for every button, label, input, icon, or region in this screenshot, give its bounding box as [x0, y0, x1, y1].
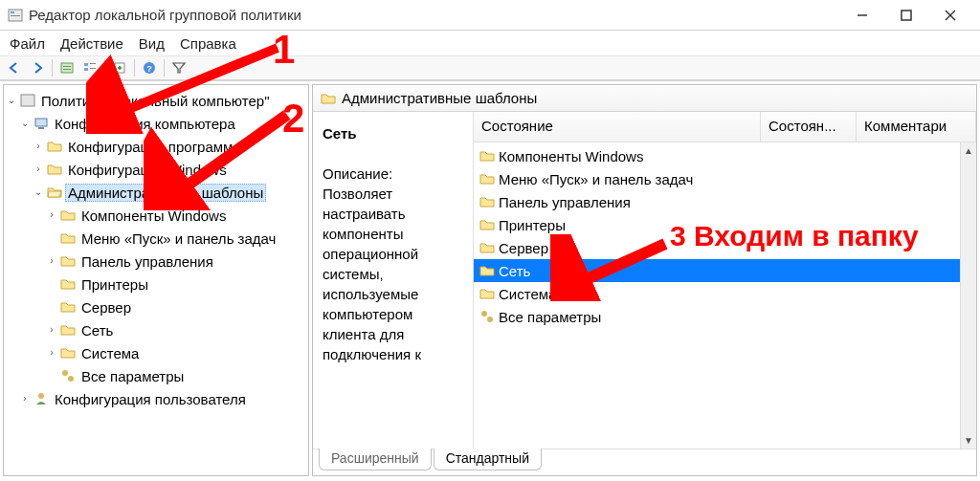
- svg-rect-9: [63, 69, 71, 70]
- tree-label: Конфигурация пользователя: [52, 391, 249, 407]
- back-button[interactable]: [4, 57, 25, 78]
- scrollbar[interactable]: ▲ ▼: [960, 142, 976, 448]
- menu-help[interactable]: Справка: [180, 35, 236, 52]
- user-icon: [33, 391, 49, 406]
- list-label: Сеть: [499, 263, 530, 279]
- tree-label: Все параметры: [78, 368, 187, 384]
- chevron-right-icon[interactable]: ›: [46, 209, 57, 221]
- chevron-down-icon[interactable]: ⌄: [33, 186, 44, 198]
- list-icon[interactable]: [79, 57, 100, 78]
- main-area: ⌄ Политика "Локальный компьютер" ⌄ Конфи…: [0, 80, 980, 479]
- svg-rect-8: [63, 66, 71, 67]
- tree-label: Принтеры: [78, 276, 151, 293]
- window-title: Редактор локальной групповой политики: [29, 7, 840, 23]
- chevron-right-icon[interactable]: ›: [46, 347, 57, 359]
- list-item-printers[interactable]: Принтеры: [474, 213, 976, 236]
- svg-rect-4: [902, 11, 911, 20]
- tree-server[interactable]: Сервер: [6, 295, 306, 318]
- folder-icon: [47, 162, 62, 177]
- spacer: [46, 301, 57, 313]
- scroll-up-icon[interactable]: ▲: [961, 142, 976, 159]
- folder-icon: [60, 276, 76, 292]
- svg-rect-19: [38, 127, 44, 129]
- right-panel: Административные шаблоны Сеть Описание: …: [312, 84, 977, 476]
- tree-root[interactable]: ⌄ Политика "Локальный компьютер": [6, 89, 306, 112]
- folder-icon: [479, 263, 495, 278]
- tree-label: Конфигурация Windows: [65, 162, 230, 178]
- column-header-status[interactable]: Состояние: [474, 112, 761, 142]
- folder-icon: [60, 253, 76, 269]
- list-item-components[interactable]: Компоненты Windows: [474, 144, 976, 167]
- filter-icon[interactable]: [168, 57, 189, 78]
- chevron-down-icon[interactable]: ⌄: [6, 95, 17, 106]
- toolbar: ?: [0, 55, 980, 80]
- tree-network[interactable]: › Сеть: [6, 318, 306, 341]
- tree-control-panel[interactable]: › Панель управления: [6, 250, 306, 273]
- tree-label: Сеть: [78, 322, 116, 339]
- list-label: Панель управления: [499, 194, 631, 210]
- forward-button[interactable]: [27, 57, 48, 78]
- titlebar: Редактор локальной групповой политики: [0, 0, 980, 31]
- tree-system[interactable]: › Система: [6, 341, 306, 364]
- svg-rect-1: [11, 11, 14, 13]
- svg-rect-12: [90, 63, 96, 64]
- tree-start-menu[interactable]: Меню «Пуск» и панель задач: [6, 227, 306, 250]
- chevron-down-icon[interactable]: ⌄: [19, 118, 31, 129]
- folder-icon: [479, 217, 495, 232]
- folder-icon: [479, 240, 495, 255]
- close-button[interactable]: [928, 1, 972, 30]
- folder-icon: [479, 194, 495, 209]
- tree-label: Сервер: [78, 299, 134, 316]
- tree-windows-config[interactable]: › Конфигурация Windows: [6, 158, 306, 181]
- folder-icon: [60, 322, 76, 338]
- column-header-comment[interactable]: Комментари: [857, 112, 976, 142]
- menu-action[interactable]: Действие: [60, 35, 123, 52]
- list-item-network[interactable]: Сеть: [474, 259, 976, 282]
- list-item-all-settings[interactable]: Все параметры: [474, 305, 976, 328]
- svg-rect-18: [35, 119, 47, 126]
- chevron-right-icon[interactable]: ›: [46, 255, 57, 267]
- tree-label: Компоненты Windows: [78, 208, 229, 224]
- tree-computer-config[interactable]: ⌄ Конфигурация компьютера: [6, 112, 306, 135]
- tree-components[interactable]: › Компоненты Windows: [6, 204, 306, 227]
- tab-standard[interactable]: Стандартный: [434, 448, 542, 470]
- list-item-control-panel[interactable]: Панель управления: [474, 190, 976, 213]
- minimize-button[interactable]: [840, 1, 884, 30]
- tree-program-config[interactable]: › Конфигурация программ: [6, 135, 306, 158]
- tree-admin-templates[interactable]: ⌄ Административные шаблоны: [6, 181, 306, 204]
- folder-icon: [60, 208, 76, 223]
- chevron-right-icon[interactable]: ›: [19, 393, 31, 404]
- toolbar-separator: [104, 59, 105, 77]
- tree-panel[interactable]: ⌄ Политика "Локальный компьютер" ⌄ Конфи…: [3, 84, 309, 476]
- folder-icon: [479, 286, 495, 301]
- list-column: Состояние Состоян... Комментари Компонен…: [474, 112, 976, 448]
- tree-all-settings[interactable]: Все параметры: [6, 364, 306, 387]
- folder-icon: [60, 230, 76, 246]
- list-item-system[interactable]: Система: [474, 282, 976, 305]
- properties-icon[interactable]: [56, 57, 78, 78]
- tree-user-config[interactable]: › Конфигурация пользователя: [6, 387, 306, 410]
- tree-printers[interactable]: Принтеры: [6, 273, 306, 295]
- menu-view[interactable]: Вид: [139, 35, 165, 52]
- list-item-server[interactable]: Сервер: [474, 236, 976, 259]
- policy-icon: [20, 93, 35, 108]
- folder-icon: [321, 91, 336, 106]
- chevron-right-icon[interactable]: ›: [46, 324, 57, 336]
- chevron-right-icon[interactable]: ›: [33, 141, 44, 152]
- toolbar-separator: [52, 59, 53, 77]
- list-item-start-menu[interactable]: Меню «Пуск» и панель задач: [474, 167, 976, 190]
- spacer: [46, 370, 57, 382]
- scroll-down-icon[interactable]: ▼: [961, 432, 976, 448]
- tree-label: Конфигурация программ: [65, 139, 235, 155]
- column-header-state[interactable]: Состоян...: [761, 112, 857, 142]
- tab-extended[interactable]: Расширенный: [319, 448, 432, 470]
- maximize-button[interactable]: [884, 1, 928, 30]
- help-icon[interactable]: ?: [139, 57, 160, 78]
- menu-file[interactable]: Файл: [10, 35, 45, 52]
- right-body: Сеть Описание: Позволяет настраивать ком…: [313, 112, 976, 448]
- list-label: Принтеры: [499, 217, 566, 233]
- spacer: [46, 232, 57, 244]
- chevron-right-icon[interactable]: ›: [33, 164, 44, 175]
- svg-rect-13: [90, 68, 96, 69]
- export-icon[interactable]: [109, 57, 130, 78]
